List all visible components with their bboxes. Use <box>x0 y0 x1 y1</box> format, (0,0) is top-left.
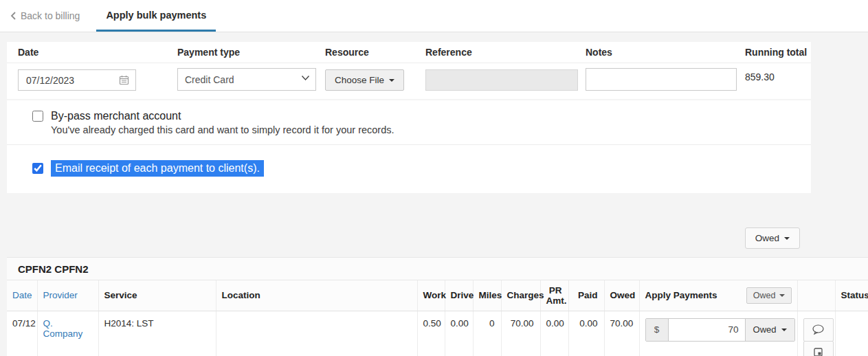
calendar-icon[interactable] <box>116 75 135 85</box>
column-header-charges: Charges <box>501 280 540 311</box>
main-content: Date Payment type Resource Reference Not… <box>0 32 868 356</box>
column-header-paid: Paid <box>568 280 604 311</box>
email-receipt-label: Email receipt of each payment to client(… <box>51 160 264 177</box>
notes-input[interactable] <box>586 68 737 91</box>
column-header-work: Work <box>417 280 445 311</box>
tab-apply-bulk-payments[interactable]: Apply bulk payments <box>96 0 216 32</box>
bypass-merchant-section: By-pass merchant account You've already … <box>7 100 811 145</box>
form-fields-row: Credit Card Choose File <box>7 63 811 99</box>
cell-provider-link[interactable]: Q. Company <box>43 318 83 339</box>
column-header-provider[interactable]: Provider <box>37 280 98 311</box>
cell-charges: 70.00 <box>501 311 540 356</box>
cell-status <box>835 311 868 356</box>
cell-date: 07/12 <box>7 311 37 356</box>
apply-payment-amount-input[interactable] <box>669 319 745 341</box>
column-header-apply-payments: Apply Payments Owed <box>639 280 797 311</box>
table-row: 07/12 Q. Company H2014: LST 0.50 0.00 0 … <box>7 311 868 356</box>
date-column-header: Date <box>18 47 177 58</box>
bulk-owed-row: Owed <box>7 227 811 249</box>
running-total-value: 859.30 <box>745 71 811 82</box>
apply-payment-input-group: $ Owed <box>645 318 795 342</box>
cell-location <box>216 311 417 356</box>
column-header-status: Status <box>835 280 868 311</box>
running-total-column-header: Running total <box>745 47 811 58</box>
resource-column-header: Resource <box>325 47 425 58</box>
back-chevron-icon <box>10 11 21 21</box>
cell-service: H2014: LST <box>98 311 216 356</box>
cell-pr-amt: 0.00 <box>540 311 568 356</box>
invoice-table: Date Provider Service Location Work Driv… <box>7 280 868 356</box>
cell-owed: 70.00 <box>604 311 639 356</box>
cell-miles: 0 <box>473 311 501 356</box>
payment-type-column-header: Payment type <box>177 47 325 58</box>
column-header-actions <box>797 280 835 311</box>
column-header-owed: Owed <box>604 280 639 311</box>
choose-file-button[interactable]: Choose File <box>325 69 404 91</box>
bypass-merchant-description: You've already charged this card and wan… <box>51 124 800 135</box>
bulk-payment-form-panel: Date Payment type Resource Reference Not… <box>7 42 811 99</box>
client-section-title: CPFN2 CPFN2 <box>7 257 868 280</box>
caret-down-icon <box>389 79 394 82</box>
cell-actions <box>797 311 835 356</box>
note-button[interactable] <box>803 341 834 356</box>
top-navigation-bar: Back to billing Apply bulk payments <box>0 0 868 32</box>
reference-column-header: Reference <box>425 47 586 58</box>
email-receipt-checkbox[interactable] <box>32 163 43 174</box>
note-icon <box>814 348 823 356</box>
column-header-service: Service <box>98 280 216 311</box>
back-to-billing-link[interactable]: Back to billing <box>0 0 87 32</box>
column-header-pr-amt: PR Amt. <box>540 280 568 311</box>
reference-input <box>425 69 578 91</box>
currency-addon: $ <box>646 319 669 341</box>
payment-type-select-wrapper: Credit Card <box>177 68 316 91</box>
payment-options-panel: By-pass merchant account You've already … <box>7 100 811 193</box>
bulk-owed-dropdown-button[interactable]: Owed <box>745 227 800 249</box>
cell-paid: 0.00 <box>568 311 604 356</box>
tab-label: Apply bulk payments <box>106 10 206 21</box>
column-header-miles: Miles <box>473 280 501 311</box>
back-link-label: Back to billing <box>21 10 80 21</box>
column-header-date[interactable]: Date <box>7 280 37 311</box>
caret-down-icon <box>781 329 787 331</box>
date-field-wrapper <box>18 69 136 91</box>
form-header-row: Date Payment type Resource Reference Not… <box>7 42 811 63</box>
row-owed-dropdown-button[interactable]: Owed <box>745 319 794 341</box>
client-section: CPFN2 CPFN2 Date Provider Service Locati… <box>7 257 868 356</box>
cell-apply-payment: $ Owed <box>639 311 797 356</box>
caret-down-icon <box>784 237 790 240</box>
comment-icon <box>812 324 825 335</box>
bypass-merchant-label: By-pass merchant account <box>51 110 181 122</box>
table-header-row: Date Provider Service Location Work Driv… <box>7 280 868 311</box>
notes-column-header: Notes <box>586 47 745 58</box>
header-owed-dropdown-button[interactable]: Owed <box>746 287 792 304</box>
email-receipt-section: Email receipt of each payment to client(… <box>7 145 811 193</box>
caret-down-icon <box>779 294 785 297</box>
payment-type-select[interactable]: Credit Card <box>177 68 316 91</box>
comment-button[interactable] <box>803 318 834 342</box>
column-header-location: Location <box>216 280 417 311</box>
bypass-merchant-checkbox[interactable] <box>32 111 43 122</box>
date-input[interactable] <box>19 75 116 86</box>
cell-drive: 0.00 <box>445 311 473 356</box>
cell-work: 0.50 <box>417 311 445 356</box>
column-header-drive: Drive <box>445 280 473 311</box>
